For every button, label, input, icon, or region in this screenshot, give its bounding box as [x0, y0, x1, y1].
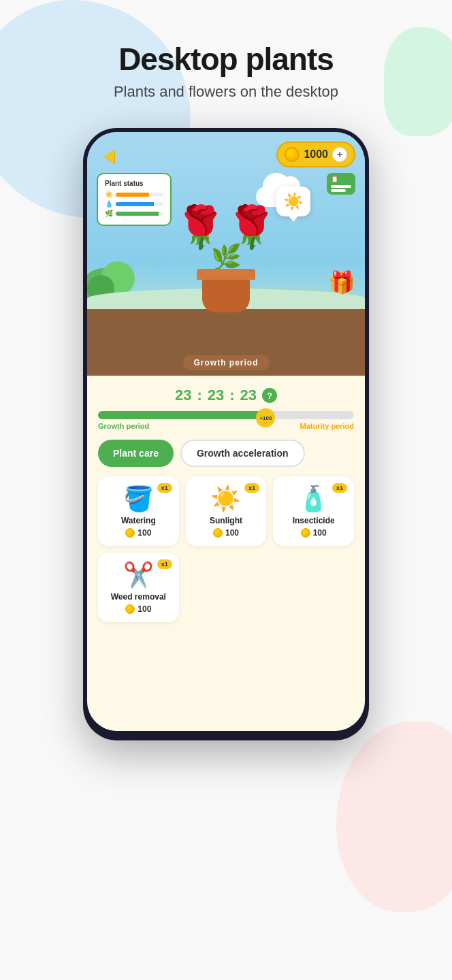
- progress-label-right: Maturity period: [300, 422, 354, 430]
- progress-labels: Growth period Maturity period: [98, 422, 354, 430]
- weed-removal-price: 100: [103, 604, 174, 614]
- leaf-status-bar: [116, 212, 163, 216]
- tab-row: Plant care Growth acceleration: [98, 440, 354, 467]
- pot-rim: [197, 269, 255, 280]
- notification-bubble[interactable]: ☀️: [276, 186, 310, 216]
- watering-badge: x1: [157, 483, 172, 493]
- add-coins-button[interactable]: +: [332, 147, 347, 162]
- sun-status-icon: ☀️: [105, 191, 113, 198]
- watering-name: Watering: [103, 516, 174, 525]
- weed-removal-name: Weed removal: [103, 592, 174, 602]
- growth-acceleration-tab[interactable]: Growth acceleration: [180, 440, 305, 467]
- sunlight-price: 100: [191, 528, 261, 538]
- timer-seconds: 23: [240, 387, 257, 404]
- bottom-panel: 23 : 23 : 23 ? +100 Growth period: [87, 376, 365, 731]
- sky-area: 1000 + Plant status ☀️ 💧 🌿: [87, 132, 365, 350]
- plant-pot: [202, 272, 250, 312]
- sunlight-price-value: 100: [225, 528, 239, 538]
- progress-fill: +100: [98, 411, 264, 419]
- care-item-watering[interactable]: x1 🪣 Watering 100: [98, 476, 179, 546]
- watering-price: 100: [103, 528, 174, 538]
- watering-price-value: 100: [138, 528, 151, 538]
- coin-icon: [285, 147, 300, 162]
- plant-care-tab[interactable]: Plant care: [98, 440, 174, 467]
- timer-row: 23 : 23 : 23 ?: [98, 387, 354, 404]
- water-status-icon: 💧: [105, 200, 113, 208]
- sunlight-name: Sunlight: [191, 516, 261, 525]
- growth-period-label: Growth period: [183, 355, 270, 370]
- plant-status-box: Plant status ☀️ 💧 🌿: [97, 173, 172, 226]
- card-line-2: [331, 189, 346, 192]
- timer-hours: 23: [175, 387, 191, 404]
- sun-status-bar: [116, 193, 163, 197]
- phone-screen: 1000 + Plant status ☀️ 💧 🌿: [87, 132, 365, 731]
- progress-bg: +100: [98, 411, 354, 419]
- app-subtitle: Plants and flowers on the desktop: [0, 83, 452, 101]
- timer-minutes: 23: [208, 387, 224, 404]
- back-button[interactable]: [97, 144, 121, 169]
- progress-container: +100 Growth period Maturity period: [98, 411, 354, 430]
- weed-removal-badge: x1: [157, 559, 172, 569]
- status-row-water: 💧: [105, 200, 163, 208]
- insecticide-badge: x1: [332, 483, 347, 493]
- care-item-weed-removal[interactable]: x1 ✂️ Weed removal 100: [98, 553, 179, 622]
- coin-amount: 1000: [304, 148, 328, 161]
- leaf-status-icon: 🌿: [105, 210, 113, 217]
- progress-label-left: Growth period: [98, 422, 149, 430]
- care-item-sunlight[interactable]: x1 ☀️ Sunlight 100: [186, 476, 267, 546]
- status-row-leaf: 🌿: [105, 210, 163, 217]
- weed-removal-coin-icon: [125, 604, 135, 614]
- insecticide-price-value: 100: [313, 528, 327, 538]
- arrow-icon: [103, 150, 114, 163]
- care-grid: x1 🪣 Watering 100 x1 ☀️ Sunlight: [98, 476, 354, 546]
- timer-colon-1: :: [197, 387, 201, 404]
- coins-display[interactable]: 1000 +: [276, 142, 355, 167]
- gift-icon[interactable]: 🎁: [328, 270, 355, 295]
- weed-removal-price-value: 100: [138, 604, 151, 614]
- header: Desktop plants Plants and flowers on the…: [0, 0, 452, 101]
- app-title: Desktop plants: [0, 41, 452, 78]
- care-single-row: x1 ✂️ Weed removal 100: [98, 553, 354, 622]
- card-line-1: [331, 185, 351, 188]
- top-card[interactable]: 📋: [327, 173, 355, 195]
- phone-wrapper: 1000 + Plant status ☀️ 💧 🌿: [0, 128, 452, 768]
- growth-period-bar: Growth period: [87, 350, 365, 376]
- insecticide-price: 100: [278, 528, 349, 538]
- timer-colon-2: :: [229, 387, 234, 404]
- help-icon[interactable]: ?: [262, 388, 277, 403]
- bubble-sun-icon: ☀️: [283, 192, 304, 211]
- insecticide-name: Insecticide: [278, 516, 349, 525]
- sunlight-badge: x1: [244, 483, 259, 493]
- watering-coin-icon: [125, 528, 135, 538]
- insecticide-coin-icon: [301, 528, 310, 538]
- plant-container: 🌹🌹 🌿: [175, 205, 277, 312]
- status-row-sun: ☀️: [105, 191, 163, 198]
- water-status-bar: [116, 202, 163, 206]
- phone-frame: 1000 + Plant status ☀️ 💧 🌿: [83, 128, 369, 740]
- sunlight-coin-icon: [213, 528, 223, 538]
- plant-status-title: Plant status: [105, 180, 163, 187]
- plant-leaves: 🌿: [211, 243, 242, 272]
- care-item-insecticide[interactable]: x1 🧴 Insecticide 100: [273, 476, 354, 546]
